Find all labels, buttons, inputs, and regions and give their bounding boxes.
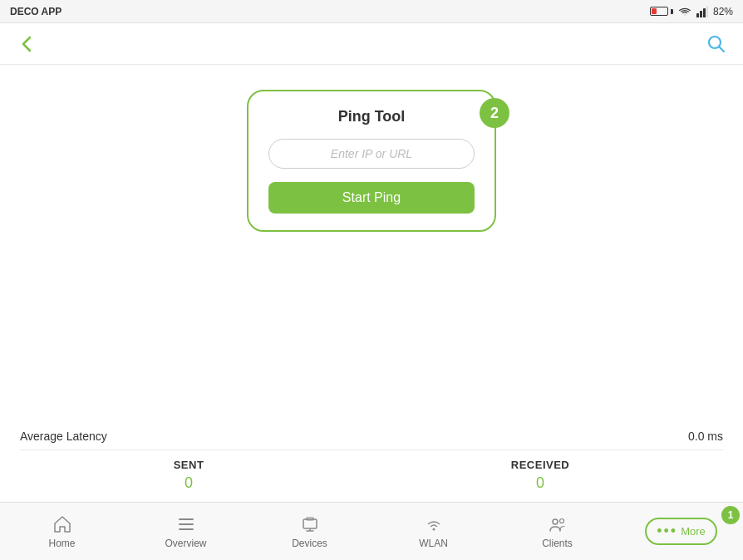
battery-tip <box>671 9 673 14</box>
sent-label: SENT <box>174 459 204 471</box>
status-bar: DECO APP 82% <box>0 0 743 23</box>
ping-card-badge: 2 <box>480 98 509 128</box>
more-badge: 1 <box>721 506 740 524</box>
ping-card: Ping Tool Start Ping <box>247 90 496 232</box>
received-value: 0 <box>536 474 544 492</box>
devices-icon <box>300 514 320 534</box>
more-label: More <box>681 525 706 538</box>
svg-line-5 <box>720 47 725 52</box>
svg-rect-3 <box>706 6 708 17</box>
svg-rect-2 <box>703 8 706 17</box>
svg-point-13 <box>432 528 435 530</box>
signal-icon <box>696 6 708 17</box>
overview-icon <box>176 514 196 534</box>
nav-label-overview: Overview <box>165 538 206 549</box>
received-label: RECEIVED <box>511 459 569 471</box>
battery-body <box>650 7 668 16</box>
battery-icon <box>650 7 673 16</box>
app-name: DECO APP <box>10 6 62 17</box>
main-content: Ping Tool Start Ping 2 Average Latency 0… <box>0 65 743 502</box>
clients-icon <box>548 514 568 534</box>
counters-row: SENT 0 RECEIVED 0 <box>20 459 723 492</box>
wifi-icon <box>678 5 691 18</box>
sent-counter: SENT 0 <box>174 459 204 492</box>
home-icon <box>52 514 72 534</box>
more-button[interactable]: ••• More <box>645 518 717 545</box>
header <box>0 23 743 65</box>
stats-divider <box>20 449 723 450</box>
average-latency-label: Average Latency <box>20 430 107 443</box>
nav-label-clients: Clients <box>542 538 573 549</box>
nav-item-clients[interactable]: Clients <box>495 503 619 560</box>
svg-point-14 <box>553 519 558 524</box>
nav-label-devices: Devices <box>292 538 327 549</box>
received-counter: RECEIVED 0 <box>511 459 569 492</box>
nav-item-wlan[interactable]: WLAN <box>372 503 495 560</box>
bottom-nav: Home Overview Devices <box>0 502 743 560</box>
svg-point-15 <box>559 518 563 523</box>
battery-percent: 82% <box>713 6 733 17</box>
average-latency-value: 0.0 ms <box>688 430 723 443</box>
nav-item-overview[interactable]: Overview <box>124 503 248 560</box>
stats-area: Average Latency 0.0 ms SENT 0 RECEIVED 0 <box>0 420 743 502</box>
nav-item-devices[interactable]: Devices <box>248 503 372 560</box>
back-button[interactable] <box>13 31 40 57</box>
battery-fill <box>652 8 657 14</box>
ping-title: Ping Tool <box>338 108 406 125</box>
wlan-icon <box>424 514 444 534</box>
nav-item-home[interactable]: Home <box>0 503 124 560</box>
nav-label-home: Home <box>48 538 75 549</box>
latency-row: Average Latency 0.0 ms <box>20 430 723 443</box>
start-ping-button[interactable]: Start Ping <box>268 182 475 214</box>
svg-rect-0 <box>696 13 699 17</box>
svg-rect-1 <box>700 11 702 17</box>
status-right: 82% <box>650 5 733 18</box>
more-dots-icon: ••• <box>657 523 677 540</box>
nav-label-wlan: WLAN <box>419 538 448 549</box>
nav-item-more[interactable]: ••• More 1 <box>619 503 743 560</box>
svg-rect-9 <box>303 519 317 528</box>
sent-value: 0 <box>185 474 193 492</box>
search-button[interactable] <box>703 31 730 57</box>
ping-ip-input[interactable] <box>268 139 475 169</box>
